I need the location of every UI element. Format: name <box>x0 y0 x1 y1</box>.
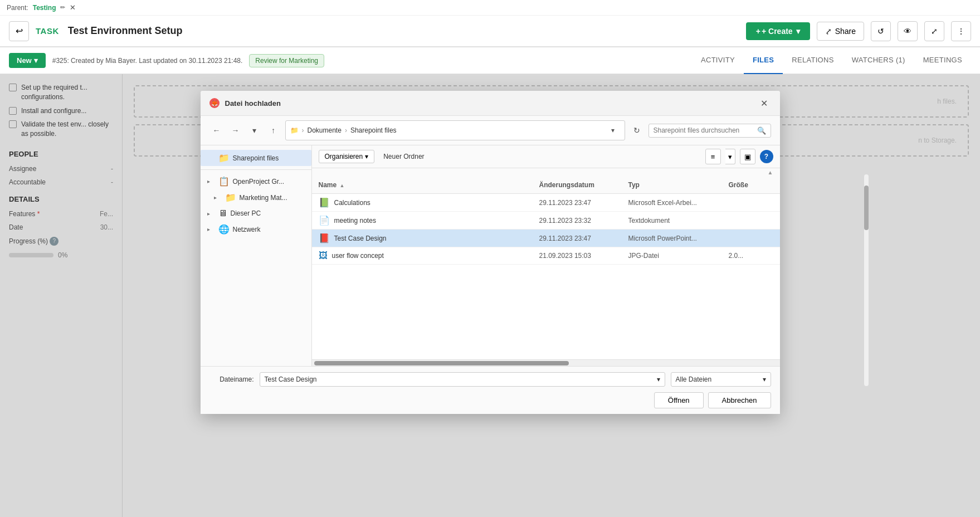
tree-item-sharepoint[interactable]: 📁 Sharepoint files <box>201 150 311 166</box>
nav-dropdown-button[interactable]: ▾ <box>247 123 262 138</box>
dialog-footer: Dateiname: Test Case Design ▾ Alle Datei… <box>201 366 780 414</box>
review-badge[interactable]: Review for Marketing <box>249 54 324 67</box>
file-row-calculations[interactable]: 📗 Calculations 29.11.2023 23:47 Microsof… <box>312 194 780 212</box>
file-list-header: Name ▲ Änderungsdatum Typ Größe <box>312 177 780 194</box>
filetype-value: Alle Dateien <box>676 375 712 383</box>
path-sharepoint: Sharepoint files <box>350 126 397 134</box>
task-info: #325: Created by Mia Bayer. Last updated… <box>52 57 243 65</box>
file-row-testcase[interactable]: 📕 Test Case Design 29.11.2023 23:47 Micr… <box>312 230 780 247</box>
horizontal-scrollbar[interactable] <box>312 359 780 366</box>
path-bar[interactable]: 📁 › Dokumente › Sharepoint files ▾ <box>285 120 625 140</box>
filetype-select[interactable]: Alle Dateien ▾ <box>671 372 771 387</box>
file-date-calculations: 29.11.2023 23:47 <box>539 199 628 207</box>
expand-icon: ⤢ <box>931 27 938 36</box>
dialog-overlay: 🦊 Datei hochladen ✕ ← → ▾ ↑ 📁 › Dokument… <box>0 74 980 517</box>
parent-value[interactable]: Testing <box>33 4 56 12</box>
expand-button[interactable]: ⤢ <box>924 21 944 41</box>
file-row-userflow[interactable]: 🖼 user flow concept 21.09.2023 15:03 JPG… <box>312 247 780 265</box>
filename-input[interactable]: Test Case Design ▾ <box>260 372 665 387</box>
path-folder-icon: 📁 <box>290 126 299 134</box>
new-button[interactable]: New ▾ <box>9 53 46 68</box>
layout-icon: ▣ <box>744 153 751 161</box>
col-date[interactable]: Änderungsdatum <box>539 179 628 191</box>
tab-meetings[interactable]: MEETINGS <box>914 47 971 74</box>
tab-relations[interactable]: RELATIONS <box>783 47 842 74</box>
file-size-userflow: 2.0... <box>729 252 773 260</box>
more-button[interactable]: ⋮ <box>951 21 971 41</box>
file-type-userflow: JPG-Datei <box>628 252 729 260</box>
back-button[interactable]: ↩ <box>9 21 29 41</box>
file-date-testcase: 29.11.2023 23:47 <box>539 235 628 242</box>
file-name-meeting: meeting notes <box>334 217 376 225</box>
search-icon: 🔍 <box>757 126 766 135</box>
horizontal-scroll-thumb[interactable] <box>314 361 569 365</box>
tab-watchers[interactable]: WATCHERS (1) <box>843 47 914 74</box>
layout-button[interactable]: ▣ <box>740 149 755 164</box>
tree-expand-marketing: ▸ <box>214 194 222 201</box>
tree-label-sharepoint: Sharepoint files <box>233 154 305 162</box>
tab-activity[interactable]: ACTIVITY <box>692 47 744 74</box>
new-folder-button[interactable]: Neuer Ordner <box>379 150 428 163</box>
tree-folder-icon-openproject: 📋 <box>218 176 230 187</box>
dialog-close-button[interactable]: ✕ <box>758 96 771 110</box>
new-label: New <box>17 56 32 65</box>
organize-dropdown-icon: ▾ <box>365 153 368 160</box>
tree-item-dieser[interactable]: ▸ 🖥 Dieser PC <box>201 206 311 221</box>
nav-up-button[interactable]: ↑ <box>266 123 281 138</box>
history-icon: ↺ <box>877 27 884 36</box>
file-row-meeting[interactable]: 📄 meeting notes 29.11.2023 23:32 Textdok… <box>312 212 780 230</box>
file-type-testcase: Microsoft PowerPoint... <box>628 235 729 242</box>
filename-value: Test Case Design <box>265 375 317 383</box>
tree-label-openproject: OpenProject Gr... <box>233 178 305 186</box>
file-name-userflow: user flow concept <box>332 252 384 260</box>
tab-files[interactable]: FILES <box>744 47 783 74</box>
open-button[interactable]: Öffnen <box>654 392 704 408</box>
file-list: 📗 Calculations 29.11.2023 23:47 Microsof… <box>312 194 780 359</box>
file-type-calculations: Microsoft Excel-Arbei... <box>628 199 729 207</box>
help-button[interactable]: ? <box>760 150 773 163</box>
col-type[interactable]: Typ <box>628 179 729 191</box>
share-button[interactable]: ⤤ Share <box>817 22 864 41</box>
file-date-meeting: 29.11.2023 23:32 <box>539 217 628 225</box>
tree-item-marketing[interactable]: ▸ 📁 Marketing Mat... <box>201 189 311 206</box>
tree-folder-icon-sharepoint: 📁 <box>218 153 230 163</box>
tree-item-openproject[interactable]: ▸ 📋 OpenProject Gr... <box>201 173 311 189</box>
nav-back-button[interactable]: ← <box>209 123 224 138</box>
file-type-meeting: Textdokument <box>628 217 729 225</box>
nav-forward-button[interactable]: → <box>228 123 243 138</box>
tree-label-marketing: Marketing Mat... <box>240 194 305 202</box>
filetype-dropdown-icon: ▾ <box>763 375 766 383</box>
view-list-button[interactable]: ≡ <box>705 149 721 164</box>
file-upload-dialog: 🦊 Datei hochladen ✕ ← → ▾ ↑ 📁 › Dokument… <box>201 91 780 414</box>
path-sep-2: › <box>345 126 347 134</box>
create-button[interactable]: + + Create ▾ <box>746 22 810 40</box>
organize-label: Organisieren <box>325 153 363 160</box>
tree-folder-icon-marketing: 📁 <box>225 192 236 203</box>
sort-icon-name: ▲ <box>340 183 345 188</box>
parent-close-icon[interactable]: ✕ <box>70 3 76 12</box>
history-button[interactable]: ↺ <box>871 21 891 41</box>
tree-panel: 📁 Sharepoint files ▸ 📋 OpenProject Gr...… <box>201 145 312 366</box>
filename-dropdown-icon[interactable]: ▾ <box>657 375 660 383</box>
cancel-button[interactable]: Abbrechen <box>708 392 771 408</box>
sort-up-arrow: ▲ <box>768 169 773 175</box>
create-dropdown-icon: ▾ <box>796 27 800 36</box>
share-label: Share <box>835 27 856 36</box>
parent-edit-icon[interactable]: ✏ <box>60 4 65 11</box>
path-dropdown-button[interactable]: ▾ <box>606 123 620 138</box>
refresh-button[interactable]: ↻ <box>630 123 644 138</box>
dialog-title: Datei hochladen <box>225 99 752 108</box>
file-panel: Organisieren ▾ Neuer Ordner ≡ ▾ ▣ <box>312 145 780 366</box>
path-dokumente: Dokumente <box>308 126 342 134</box>
eye-button[interactable]: 👁 <box>898 21 918 41</box>
new-dropdown-icon: ▾ <box>34 56 38 65</box>
tree-item-netzwerk[interactable]: ▸ 🌐 Netzwerk <box>201 221 311 237</box>
organize-button[interactable]: Organisieren ▾ <box>319 150 375 163</box>
tree-expand-netzwerk: ▸ <box>207 226 215 232</box>
col-size[interactable]: Größe <box>729 179 773 191</box>
view-dropdown-button[interactable]: ▾ <box>725 149 735 164</box>
search-input[interactable] <box>654 126 755 134</box>
tree-expand-openproject: ▸ <box>207 178 215 184</box>
search-bar[interactable]: 🔍 <box>649 124 771 138</box>
col-name[interactable]: Name ▲ <box>319 179 539 191</box>
